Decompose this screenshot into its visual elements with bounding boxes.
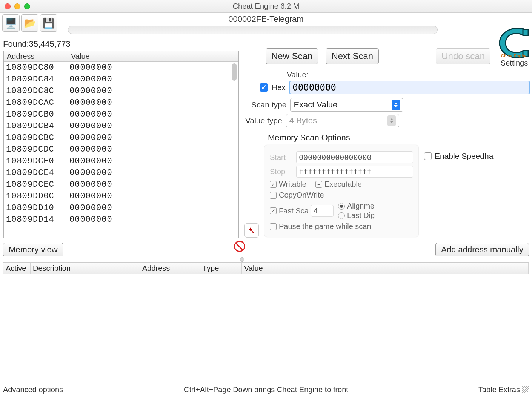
value-label: Value: bbox=[287, 70, 309, 79]
result-address: 10809DCE0 bbox=[4, 157, 68, 166]
cheat-table[interactable]: Active Description Address Type Value bbox=[3, 262, 529, 349]
process-name: 000002FE-Telegram bbox=[0, 14, 532, 24]
select-process-button[interactable]: 🖥️ bbox=[2, 14, 20, 32]
stop-label: Stop bbox=[270, 167, 292, 176]
result-value: 00000000 bbox=[68, 63, 238, 72]
cursor-arrow-icon: ➷ bbox=[248, 225, 255, 236]
column-header-description[interactable]: Description bbox=[31, 263, 140, 274]
start-label: Start bbox=[270, 153, 292, 162]
result-row[interactable]: 10809DD0C00000000 bbox=[4, 190, 238, 202]
undo-scan-button[interactable]: Undo scan bbox=[436, 48, 490, 64]
scan-value-input[interactable] bbox=[289, 81, 530, 94]
result-value: 00000000 bbox=[68, 75, 238, 84]
result-value: 00000000 bbox=[68, 121, 238, 131]
result-row[interactable]: 10809DD1400000000 bbox=[4, 214, 238, 226]
scan-type-select[interactable]: Exact Value bbox=[290, 98, 403, 112]
floppy-disk-icon: 💾 bbox=[43, 17, 55, 29]
result-value: 00000000 bbox=[68, 133, 238, 143]
new-scan-button[interactable]: New Scan bbox=[266, 48, 318, 64]
result-value: 00000000 bbox=[68, 180, 238, 189]
result-value: 00000000 bbox=[68, 110, 238, 119]
chevron-updown-icon bbox=[387, 115, 396, 126]
column-header-value[interactable]: Value bbox=[242, 263, 529, 274]
result-value: 00000000 bbox=[68, 157, 238, 166]
memory-view-button[interactable]: Memory view bbox=[3, 243, 63, 256]
result-value: 00000000 bbox=[68, 145, 238, 154]
result-address: 10809DC80 bbox=[4, 63, 68, 72]
window-title: Cheat Engine 6.2 M bbox=[0, 2, 532, 11]
horizontal-splitter[interactable] bbox=[3, 260, 529, 260]
status-hint: Ctrl+Alt+Page Down brings Cheat Engine t… bbox=[3, 385, 529, 394]
titlebar: Cheat Engine 6.2 M bbox=[0, 0, 532, 13]
memory-scan-options: Memory Scan Options Start Stop Writable … bbox=[245, 133, 532, 237]
column-header-active[interactable]: Active bbox=[3, 263, 31, 274]
fast-scan-value-input[interactable] bbox=[311, 205, 334, 217]
result-value: 00000000 bbox=[68, 215, 238, 224]
column-header-address[interactable]: Address bbox=[140, 263, 200, 274]
chevron-updown-icon bbox=[392, 100, 400, 110]
result-row[interactable]: 10809DCE000000000 bbox=[4, 155, 238, 167]
result-address: 10809DD10 bbox=[4, 203, 68, 213]
hex-checkbox[interactable]: ✓ bbox=[260, 83, 268, 92]
folder-open-icon: 📂 bbox=[24, 17, 36, 29]
scan-type-label: Scan type bbox=[251, 100, 286, 109]
result-value: 00000000 bbox=[68, 168, 238, 178]
result-address: 10809DCBC bbox=[4, 133, 68, 143]
computer-icon: 🖥️ bbox=[5, 17, 17, 29]
column-header-type[interactable]: Type bbox=[200, 263, 242, 274]
splitter-handle[interactable] bbox=[240, 257, 244, 262]
scan-start-input[interactable] bbox=[296, 151, 413, 163]
save-file-button[interactable]: 💾 bbox=[40, 14, 57, 32]
svg-rect-0 bbox=[523, 29, 528, 35]
result-value: 00000000 bbox=[68, 192, 238, 201]
result-address: 10809DCAC bbox=[4, 98, 68, 107]
result-row[interactable]: 10809DCDC00000000 bbox=[4, 144, 238, 155]
result-row[interactable]: 10809DCB400000000 bbox=[4, 120, 238, 132]
result-value: 00000000 bbox=[68, 203, 238, 213]
result-row[interactable]: 10809DCB000000000 bbox=[4, 109, 238, 120]
pause-game-checkbox[interactable] bbox=[270, 223, 277, 230]
next-scan-button[interactable]: Next Scan bbox=[326, 48, 379, 64]
executable-checkbox[interactable] bbox=[315, 181, 322, 188]
hex-label: Hex bbox=[272, 83, 286, 92]
scan-results-list[interactable]: Address Value 10809DC800000000010809DC84… bbox=[3, 51, 239, 238]
result-row[interactable]: 10809DC8000000000 bbox=[4, 62, 238, 74]
result-address: 10809DCDC bbox=[4, 145, 68, 154]
copyonwrite-checkbox[interactable] bbox=[270, 192, 277, 199]
enable-speedhack-label: Enable Speedha bbox=[435, 152, 493, 161]
column-header-address[interactable]: Address bbox=[4, 51, 68, 61]
result-row[interactable]: 10809DCBC00000000 bbox=[4, 132, 238, 144]
last-digits-radio[interactable] bbox=[338, 212, 345, 219]
result-address: 10809DD14 bbox=[4, 215, 68, 224]
writable-checkbox[interactable] bbox=[270, 181, 277, 188]
value-type-select[interactable]: 4 Bytes bbox=[286, 114, 399, 127]
top-toolbar: 000002FE-Telegram 🖥️ 📂 💾 Cheat Engine Se… bbox=[0, 13, 532, 41]
result-address: 10809DCB4 bbox=[4, 121, 68, 131]
result-value: 00000000 bbox=[68, 98, 238, 107]
fast-scan-checkbox[interactable] bbox=[270, 207, 277, 214]
scrollbar-thumb[interactable] bbox=[232, 63, 237, 81]
value-type-label: Value type bbox=[245, 116, 282, 125]
result-row[interactable]: 10809DC8400000000 bbox=[4, 74, 238, 85]
memory-scan-options-title: Memory Scan Options bbox=[268, 133, 532, 143]
result-address: 10809DCE4 bbox=[4, 168, 68, 178]
enable-speedhack-checkbox[interactable] bbox=[424, 152, 432, 160]
result-row[interactable]: 10809DD1000000000 bbox=[4, 202, 238, 214]
result-row[interactable]: 10809DCEC00000000 bbox=[4, 179, 238, 190]
result-row[interactable]: 10809DCE400000000 bbox=[4, 167, 238, 179]
add-address-manually-button[interactable]: Add address manually bbox=[435, 243, 529, 256]
column-header-value[interactable]: Value bbox=[68, 51, 238, 61]
pointer-scan-button[interactable]: ➷ bbox=[244, 223, 259, 238]
result-address: 10809DC84 bbox=[4, 75, 68, 84]
result-address: 10809DCB0 bbox=[4, 110, 68, 119]
result-value: 00000000 bbox=[68, 86, 238, 96]
result-address: 10809DD0C bbox=[4, 192, 68, 201]
open-file-button[interactable]: 📂 bbox=[21, 14, 38, 32]
alignment-radio[interactable] bbox=[338, 203, 345, 210]
result-row[interactable]: 10809DC8C00000000 bbox=[4, 85, 238, 97]
scan-stop-input[interactable] bbox=[296, 166, 413, 178]
result-row[interactable]: 10809DCAC00000000 bbox=[4, 97, 238, 109]
found-count: Found:35,445,773 bbox=[3, 39, 71, 49]
result-address: 10809DCEC bbox=[4, 180, 68, 189]
scan-progressbar bbox=[68, 26, 438, 34]
